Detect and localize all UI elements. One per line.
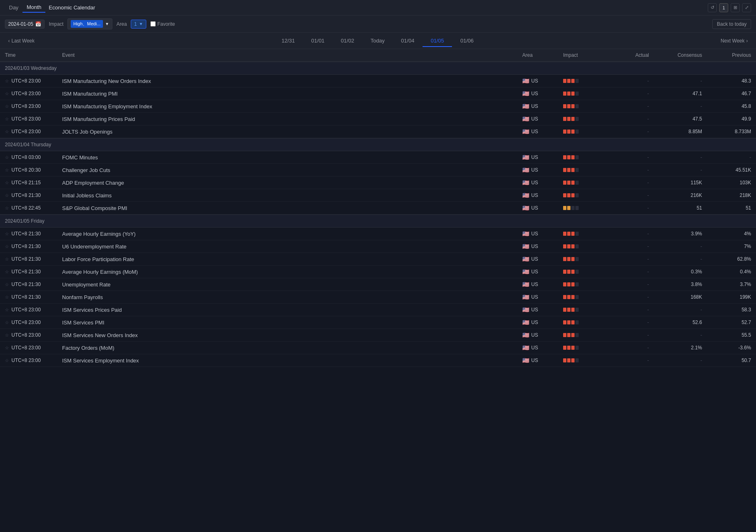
cell-consensus: 115K	[649, 180, 702, 186]
tab-month[interactable]: Month	[22, 2, 45, 13]
table-row[interactable]: ☆ UTC+8 23:00 ISM Services PMI 🇺🇸 US - 5…	[0, 316, 756, 329]
day-nav-item-Today[interactable]: Today	[362, 34, 393, 47]
tab-day[interactable]: Day	[5, 3, 22, 12]
cell-event: Challenger Job Cuts	[62, 167, 522, 173]
cell-event: Average Hourly Earnings (MoM)	[62, 269, 522, 275]
table-row[interactable]: ☆ UTC+8 23:00 ISM Manufacturing Employme…	[0, 100, 756, 113]
cell-impact	[563, 282, 612, 286]
expand-icon[interactable]: ⤢	[742, 3, 751, 12]
table-row[interactable]: ☆ UTC+8 23:00 ISM Manufacturing PMI 🇺🇸 U…	[0, 87, 756, 100]
table-row[interactable]: ☆ UTC+8 21:30 Initial Jobless Claims 🇺🇸 …	[0, 189, 756, 202]
day-nav-item-01-02[interactable]: 01/02	[333, 34, 362, 47]
area-chevron-icon: ▼	[139, 22, 143, 26]
table-row[interactable]: ☆ UTC+8 21:30 Unemployment Rate 🇺🇸 US - …	[0, 278, 756, 291]
table-row[interactable]: ☆ UTC+8 23:00 JOLTS Job Openings 🇺🇸 US -…	[0, 125, 756, 138]
cell-time: ☆ UTC+8 21:15	[5, 180, 62, 186]
col-time: Time	[5, 52, 62, 58]
area-select[interactable]: 1 ▼	[131, 20, 146, 29]
cell-consensus: -	[649, 244, 702, 249]
cell-previous: 52.7	[702, 320, 751, 325]
table-row[interactable]: ☆ UTC+8 20:30 Challenger Job Cuts 🇺🇸 US …	[0, 164, 756, 177]
cell-time: ☆ UTC+8 23:00	[5, 320, 62, 325]
cell-impact	[563, 206, 612, 210]
cell-consensus: -	[649, 256, 702, 262]
cell-consensus: -	[649, 307, 702, 313]
cell-area: 🇺🇸 US	[522, 78, 563, 84]
table-row[interactable]: ☆ UTC+8 21:30 Average Hourly Earnings (Y…	[0, 228, 756, 240]
time-value: UTC+8 21:30	[11, 231, 41, 237]
flag-icon: 🇺🇸	[522, 344, 529, 351]
cell-area: 🇺🇸 US	[522, 256, 563, 262]
day-nav-item-01-06[interactable]: 01/06	[452, 34, 482, 47]
cell-area: 🇺🇸 US	[522, 167, 563, 173]
cell-actual: -	[612, 231, 649, 237]
cell-time: ☆ UTC+8 22:45	[5, 205, 62, 211]
star-icon: ☆	[5, 193, 9, 198]
star-icon: ☆	[5, 231, 9, 237]
day-nav-item-01-05[interactable]: 01/05	[423, 34, 452, 47]
back-to-today-button[interactable]: Back to today	[712, 19, 751, 29]
cell-event: ISM Manufacturing PMI	[62, 91, 522, 97]
col-event: Event	[62, 52, 522, 58]
day-nav-item-12-31[interactable]: 12/31	[273, 34, 303, 47]
cell-previous: 4%	[702, 231, 751, 237]
table-row[interactable]: ☆ UTC+8 23:00 ISM Manufacturing Prices P…	[0, 113, 756, 125]
cell-area: 🇺🇸 US	[522, 357, 563, 364]
table-row[interactable]: ☆ UTC+8 23:00 ISM Manufacturing New Orde…	[0, 75, 756, 87]
day-nav-item-01-01[interactable]: 01/01	[303, 34, 333, 47]
table-row[interactable]: ☆ UTC+8 23:00 ISM Services New Orders In…	[0, 329, 756, 342]
refresh-icon[interactable]: ↺	[708, 3, 717, 12]
impact-label: Impact	[49, 21, 63, 27]
time-value: UTC+8 03:00	[11, 154, 41, 160]
favorite-filter[interactable]: Favorite	[150, 21, 175, 27]
cell-previous: 103K	[702, 180, 751, 186]
cell-actual: -	[612, 320, 649, 325]
time-value: UTC+8 21:30	[11, 244, 41, 249]
table-row[interactable]: ☆ UTC+8 23:00 ISM Services Prices Paid 🇺…	[0, 304, 756, 316]
cell-actual: -	[612, 307, 649, 313]
table-row[interactable]: ☆ UTC+8 22:45 S&P Global Composite PMI 🇺…	[0, 202, 756, 215]
table-row[interactable]: ☆ UTC+8 23:00 Factory Orders (MoM) 🇺🇸 US…	[0, 342, 756, 354]
flag-icon: 🇺🇸	[522, 78, 529, 84]
day-nav-item-01-04[interactable]: 01/04	[393, 34, 423, 47]
table-row[interactable]: ☆ UTC+8 21:30 Labor Force Participation …	[0, 253, 756, 266]
cell-previous: 50.7	[702, 358, 751, 363]
cell-time: ☆ UTC+8 21:30	[5, 192, 62, 198]
table-row[interactable]: ☆ UTC+8 21:30 Nonfarm Payrolls 🇺🇸 US - 1…	[0, 291, 756, 304]
cell-actual: -	[612, 345, 649, 351]
cell-previous: 48.3	[702, 78, 751, 84]
cell-area: 🇺🇸 US	[522, 332, 563, 338]
cell-consensus: 168K	[649, 294, 702, 300]
flag-icon: 🇺🇸	[522, 243, 529, 250]
table-row[interactable]: ☆ UTC+8 21:30 U6 Underemployment Rate 🇺🇸…	[0, 240, 756, 253]
table-row[interactable]: ☆ UTC+8 23:00 ISM Services Employment In…	[0, 354, 756, 367]
cell-time: ☆ UTC+8 23:00	[5, 307, 62, 313]
cell-previous: 8.733M	[702, 129, 751, 134]
layout-icon-1[interactable]: 1	[719, 3, 728, 12]
flag-icon: 🇺🇸	[522, 90, 529, 97]
cell-area: 🇺🇸 US	[522, 154, 563, 161]
cell-event: ISM Manufacturing New Orders Index	[62, 78, 522, 84]
col-impact: Impact	[563, 52, 612, 58]
chevron-left-icon: ‹	[8, 38, 10, 44]
next-week-button[interactable]: Next Week ›	[718, 36, 751, 45]
area-code: US	[531, 358, 538, 363]
cell-previous: 45.51K	[702, 167, 751, 173]
cell-actual: -	[612, 294, 649, 300]
date-picker[interactable]: 2024-01-05 📅	[5, 20, 45, 29]
cell-consensus: -	[649, 103, 702, 109]
star-icon: ☆	[5, 155, 9, 160]
cell-impact	[563, 270, 612, 274]
layout-icon-2[interactable]: ⊞	[731, 3, 740, 12]
table-row[interactable]: ☆ UTC+8 21:15 ADP Employment Change 🇺🇸 U…	[0, 177, 756, 189]
last-week-button[interactable]: ‹ Last Week	[5, 36, 38, 45]
cell-actual: -	[612, 103, 649, 109]
cell-area: 🇺🇸 US	[522, 268, 563, 275]
favorite-checkbox[interactable]	[150, 21, 156, 27]
impact-select[interactable]: High、Medi... ▼	[67, 18, 112, 29]
table-row[interactable]: ☆ UTC+8 03:00 FOMC Minutes 🇺🇸 US - - -	[0, 151, 756, 164]
table-row[interactable]: ☆ UTC+8 21:30 Average Hourly Earnings (M…	[0, 266, 756, 278]
cell-impact	[563, 130, 612, 134]
cell-previous: 49.9	[702, 116, 751, 122]
cell-time: ☆ UTC+8 23:00	[5, 91, 62, 96]
